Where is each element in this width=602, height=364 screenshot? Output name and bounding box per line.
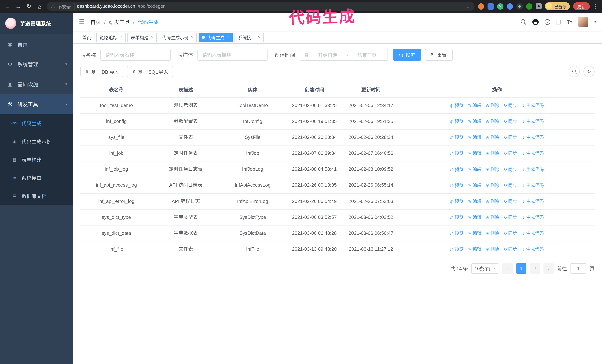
- bookmark-star-icon[interactable]: ☆: [466, 3, 470, 9]
- search-button[interactable]: 搜索: [393, 49, 421, 61]
- action-preview[interactable]: ◎预览: [450, 229, 463, 237]
- action-generate[interactable]: ↧生成代码: [522, 134, 544, 141]
- action-generate[interactable]: ↧生成代码: [522, 229, 544, 237]
- action-sync[interactable]: ↻同步: [504, 150, 517, 157]
- action-delete[interactable]: ⊘删除: [486, 118, 499, 125]
- close-icon[interactable]: ×: [191, 35, 194, 40]
- table-desc-input[interactable]: [197, 49, 268, 61]
- fullscreen-icon[interactable]: [556, 20, 561, 24]
- action-delete[interactable]: ⊘删除: [486, 134, 499, 141]
- action-edit[interactable]: ✎编辑: [468, 102, 481, 109]
- refresh-table-button[interactable]: ↻: [583, 66, 595, 77]
- action-generate[interactable]: ↧生成代码: [522, 198, 544, 205]
- action-generate[interactable]: ↧生成代码: [522, 246, 544, 253]
- browser-profile-chip[interactable]: 已暂停: [545, 2, 570, 10]
- import-sql-button[interactable]: ⇧ 基于 SQL 导入: [127, 66, 173, 77]
- sidebar-subitem-codegen[interactable]: </>代码生成: [0, 114, 73, 132]
- action-edit[interactable]: ✎编辑: [468, 118, 481, 125]
- browser-update-button[interactable]: 更新: [573, 2, 590, 10]
- caret-down-icon[interactable]: ▾: [594, 20, 596, 24]
- sidebar-item-home[interactable]: ◉首页: [0, 34, 73, 54]
- action-preview[interactable]: ◎预览: [450, 118, 463, 125]
- action-preview[interactable]: ◎预览: [450, 166, 463, 173]
- reload-icon[interactable]: ↻: [25, 3, 32, 10]
- page-button-2[interactable]: 2: [530, 263, 540, 274]
- page-button-1[interactable]: 1: [516, 263, 527, 274]
- sidebar-subitem-db-doc[interactable]: ▤数据库文档: [0, 187, 73, 205]
- extension-icon-2[interactable]: [487, 3, 494, 10]
- sidebar-item-infra[interactable]: ▣基础设施▾: [0, 74, 73, 94]
- close-icon[interactable]: ×: [120, 35, 122, 40]
- tab-codegen[interactable]: 代码生成×: [199, 32, 233, 42]
- action-delete[interactable]: ⊘删除: [486, 229, 499, 237]
- reset-button[interactable]: ↻ 重置: [425, 49, 453, 61]
- browser-menu-icon[interactable]: ⋮: [593, 3, 598, 9]
- close-icon[interactable]: ×: [258, 35, 260, 40]
- toggle-search-button[interactable]: [569, 66, 580, 77]
- breadcrumb-item[interactable]: 研发工具: [109, 18, 130, 26]
- action-generate[interactable]: ↧生成代码: [522, 102, 544, 109]
- action-generate[interactable]: ↧生成代码: [522, 150, 544, 157]
- github-icon[interactable]: [533, 19, 539, 25]
- action-delete[interactable]: ⊘删除: [486, 182, 499, 189]
- action-sync[interactable]: ↻同步: [504, 102, 517, 109]
- security-label[interactable]: 不安全: [57, 3, 75, 10]
- action-preview[interactable]: ◎预览: [450, 198, 463, 205]
- action-preview[interactable]: ◎预览: [450, 150, 463, 157]
- extension-icon-1[interactable]: [478, 3, 484, 10]
- extension-icon-5[interactable]: [526, 3, 532, 10]
- prev-page-button[interactable]: ‹: [502, 263, 513, 274]
- close-icon[interactable]: ×: [151, 35, 153, 40]
- sidebar-subitem-api[interactable]: ≔系统接口: [0, 168, 73, 187]
- next-page-button[interactable]: ›: [543, 263, 554, 274]
- action-edit[interactable]: ✎编辑: [468, 182, 481, 189]
- browser-home-icon[interactable]: ⌂: [36, 3, 43, 10]
- action-preview[interactable]: ◎预览: [450, 214, 463, 221]
- extensions-puzzle-icon[interactable]: [536, 3, 542, 9]
- action-generate[interactable]: ↧生成代码: [522, 182, 544, 189]
- help-icon[interactable]: ?: [545, 19, 550, 25]
- action-sync[interactable]: ↻同步: [504, 166, 517, 173]
- user-avatar[interactable]: [578, 17, 589, 27]
- action-sync[interactable]: ↻同步: [504, 134, 517, 141]
- tab-api[interactable]: 系统接口×: [235, 32, 264, 42]
- action-generate[interactable]: ↧生成代码: [522, 118, 544, 125]
- tab-trace[interactable]: 链路追踪×: [96, 32, 126, 42]
- goto-page-input[interactable]: [570, 263, 586, 274]
- action-delete[interactable]: ⊘删除: [486, 102, 499, 109]
- sidebar-item-devtools[interactable]: ⚒研发工具▴: [0, 94, 73, 114]
- extension-icon-4[interactable]: [516, 3, 523, 10]
- address-bar[interactable]: ⚠ 不安全 dashboard.yudao.iocoder.cn /tool/c…: [47, 2, 474, 11]
- import-db-button[interactable]: ⇧ 基于 DB 导入: [80, 66, 124, 77]
- action-sync[interactable]: ↻同步: [504, 214, 517, 221]
- date-range-picker[interactable]: ▦ 开始日期 - 结束日期: [300, 49, 388, 61]
- action-edit[interactable]: ✎编辑: [468, 150, 481, 157]
- action-sync[interactable]: ↻同步: [504, 198, 517, 205]
- action-preview[interactable]: ◎预览: [450, 134, 463, 141]
- action-sync[interactable]: ↻同步: [504, 246, 517, 253]
- action-edit[interactable]: ✎编辑: [468, 166, 481, 173]
- action-edit[interactable]: ✎编辑: [468, 229, 481, 237]
- action-generate[interactable]: ↧生成代码: [522, 214, 544, 221]
- close-icon[interactable]: ×: [227, 35, 229, 40]
- tab-home[interactable]: 首页: [79, 32, 95, 42]
- action-sync[interactable]: ↻同步: [504, 182, 517, 189]
- back-icon[interactable]: ←: [4, 3, 11, 10]
- action-delete[interactable]: ⊘删除: [486, 246, 499, 253]
- action-delete[interactable]: ⊘删除: [486, 150, 499, 157]
- extension-icon-3[interactable]: [507, 3, 513, 10]
- action-preview[interactable]: ◎预览: [450, 102, 463, 109]
- sidebar-subitem-form-builder[interactable]: ▦表单构建: [0, 150, 73, 168]
- action-edit[interactable]: ✎编辑: [468, 134, 481, 141]
- action-edit[interactable]: ✎编辑: [468, 246, 481, 253]
- breadcrumb-item[interactable]: 代码生成: [138, 18, 159, 26]
- font-size-icon[interactable]: TT: [567, 19, 572, 24]
- action-edit[interactable]: ✎编辑: [468, 198, 481, 205]
- action-delete[interactable]: ⊘删除: [486, 214, 499, 221]
- action-delete[interactable]: ⊘删除: [486, 198, 499, 205]
- action-delete[interactable]: ⊘删除: [486, 166, 499, 173]
- sidebar-item-system[interactable]: ⚙系统管理▾: [0, 54, 73, 74]
- hamburger-icon[interactable]: ☰: [79, 18, 85, 26]
- sidebar-subitem-codegen-example[interactable]: ◈代码生成示例: [0, 132, 73, 150]
- search-icon[interactable]: [521, 19, 527, 25]
